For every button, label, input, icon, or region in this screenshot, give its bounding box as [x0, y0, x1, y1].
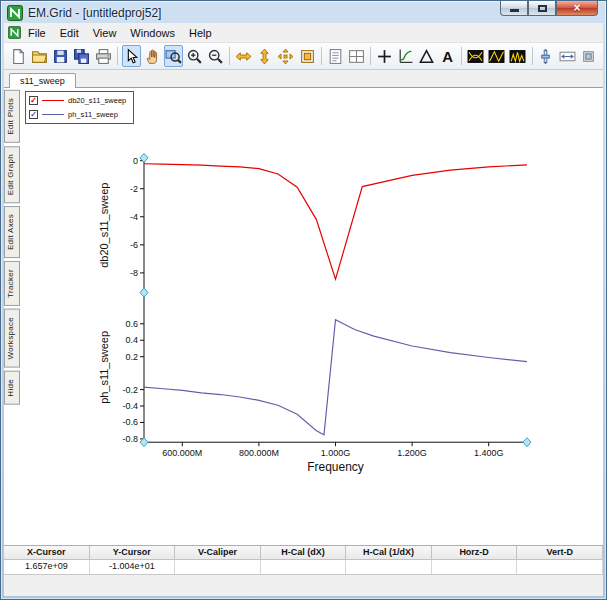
- cursor-table-header: H-Cal (dX): [261, 546, 347, 560]
- options-button[interactable]: [579, 45, 598, 67]
- pan-tool-button[interactable]: [143, 45, 162, 67]
- bottom-strip: [4, 574, 603, 596]
- cursor-table-header: Y-Cursor: [90, 546, 176, 560]
- sidebar-tab-hide[interactable]: Hide: [4, 371, 20, 405]
- fit-all-button[interactable]: [276, 45, 295, 67]
- legend-item: ✓ph_s11_sweep: [29, 109, 126, 120]
- menu-file[interactable]: File: [21, 25, 53, 41]
- maximize-button[interactable]: [528, 1, 556, 16]
- svg-text:-4: -4: [130, 212, 138, 222]
- cursor-table-value: 1.657e+09: [4, 560, 90, 574]
- page-lines-icon: [327, 48, 344, 65]
- axis-handle-icon[interactable]: [523, 438, 531, 447]
- window-title: EM.Grid - [untitledproj52]: [28, 6, 161, 20]
- arrows-all-orange-icon: [277, 48, 294, 65]
- cursor-arrow-icon: [123, 48, 140, 65]
- letter-a-icon: A: [439, 48, 456, 65]
- toolbar-separator: [229, 47, 230, 65]
- add-marker-button[interactable]: [375, 45, 394, 67]
- menu-windows[interactable]: Windows: [123, 25, 182, 41]
- caliper-button[interactable]: [417, 45, 436, 67]
- plot-area[interactable]: 0-2-4-6-8db20_s11_sweep0.60.40.2-0.2-0.4…: [20, 88, 603, 545]
- new-file-button[interactable]: [9, 45, 28, 67]
- fit-vertical-button[interactable]: [255, 45, 274, 67]
- eye-diagram-button[interactable]: [466, 45, 485, 67]
- axis-handle-icon[interactable]: [140, 288, 148, 297]
- y-axis-title: db20_s11_sweep: [98, 183, 110, 268]
- delta-triangle-icon: [418, 48, 435, 65]
- sidebar-tabs: Edit PlotsEdit GraphEdit AxesTrackerWork…: [4, 88, 20, 545]
- svg-text:A: A: [442, 48, 453, 64]
- zoom-extents-button[interactable]: [298, 45, 317, 67]
- menu-view[interactable]: View: [86, 25, 124, 41]
- svg-text:600.000M: 600.000M: [162, 448, 202, 458]
- menubar: FileEditViewWindowsHelp: [4, 23, 603, 43]
- menu-edit[interactable]: Edit: [53, 25, 86, 41]
- fit-horizontal-button[interactable]: [234, 45, 253, 67]
- svg-text:1.200G: 1.200G: [397, 448, 427, 458]
- tab-s11-sweep[interactable]: s11_sweep: [9, 73, 76, 88]
- hand-pan-icon: [144, 48, 161, 65]
- cursor-table-header: V-Caliper: [175, 546, 261, 560]
- svg-text:1.000G: 1.000G: [321, 448, 351, 458]
- cursor-table-value: -1.004e+01: [90, 560, 176, 574]
- show-axes-button[interactable]: [396, 45, 415, 67]
- y-axis-title: ph_s11_sweep: [98, 331, 110, 404]
- single-plot-layout-button[interactable]: [326, 45, 345, 67]
- legend-line-sample: [42, 114, 64, 115]
- svg-text:0.6: 0.6: [125, 319, 138, 329]
- open-button[interactable]: [30, 45, 49, 67]
- zoom-window-button[interactable]: [164, 45, 183, 67]
- sidebar-tab-edit-graph[interactable]: Edit Graph: [4, 146, 20, 203]
- zoom-in-button[interactable]: [185, 45, 204, 67]
- add-text-button[interactable]: A: [438, 45, 457, 67]
- svg-text:-8: -8: [130, 268, 138, 278]
- menubar-items: FileEditViewWindowsHelp: [21, 25, 219, 41]
- cross-trace-button[interactable]: [487, 45, 506, 67]
- sidebar-tab-edit-axes[interactable]: Edit Axes: [4, 206, 20, 258]
- svg-text:0.4: 0.4: [125, 335, 138, 345]
- app-window: EM.Grid - [untitledproj52] × FileEditVie…: [0, 0, 607, 600]
- menu-help[interactable]: Help: [182, 25, 219, 41]
- window-controls: ×: [500, 1, 598, 16]
- pointer-tool-button[interactable]: [122, 45, 141, 67]
- cursor-table-value: [261, 560, 347, 574]
- magnifier-minus-icon: [207, 48, 224, 65]
- svg-text:0: 0: [133, 156, 138, 166]
- close-button[interactable]: ×: [556, 1, 598, 16]
- cursor-table-header: Vert-D: [517, 546, 603, 560]
- maximize-icon: [538, 5, 547, 12]
- legend-checkbox[interactable]: ✓: [29, 96, 38, 105]
- folder-open-icon: [31, 48, 48, 65]
- app-icon: [7, 5, 23, 21]
- slider-vertical-icon: [537, 48, 554, 65]
- save-button[interactable]: [51, 45, 70, 67]
- printer-icon: [95, 48, 112, 65]
- box-orange-icon: [299, 48, 316, 65]
- zoom-out-button[interactable]: [206, 45, 225, 67]
- chart-canvas[interactable]: 0-2-4-6-8db20_s11_sweep0.60.40.2-0.2-0.4…: [20, 88, 603, 545]
- minimize-button[interactable]: [500, 1, 528, 16]
- legend-checkbox[interactable]: ✓: [29, 110, 38, 119]
- tab-bar: s11_sweep: [4, 70, 603, 88]
- x-axis-title: Frequency: [307, 460, 364, 474]
- cursor-table-value: [517, 560, 603, 574]
- svg-text:0.2: 0.2: [125, 352, 138, 362]
- cursor-table-value: [175, 560, 261, 574]
- magnifier-plus-icon: [186, 48, 203, 65]
- zoom-window-icon: [165, 48, 182, 65]
- svg-text:-0.6: -0.6: [122, 417, 138, 427]
- sidebar-tab-tracker[interactable]: Tracker: [4, 261, 20, 306]
- spectrum-button[interactable]: [508, 45, 527, 67]
- print-button[interactable]: [94, 45, 113, 67]
- save-all-button[interactable]: [72, 45, 91, 67]
- project-window-icon[interactable]: [8, 26, 21, 39]
- sidebar-tab-workspace[interactable]: Workspace: [4, 309, 20, 368]
- eye-diagram-icon: [467, 48, 484, 65]
- arrows-box-icon: [559, 48, 576, 65]
- horizontal-span-button[interactable]: [558, 45, 577, 67]
- svg-text:-2: -2: [130, 184, 138, 194]
- grid-plot-layout-button[interactable]: [347, 45, 366, 67]
- sidebar-tab-edit-plots[interactable]: Edit Plots: [4, 90, 20, 143]
- vertical-scale-button[interactable]: [536, 45, 555, 67]
